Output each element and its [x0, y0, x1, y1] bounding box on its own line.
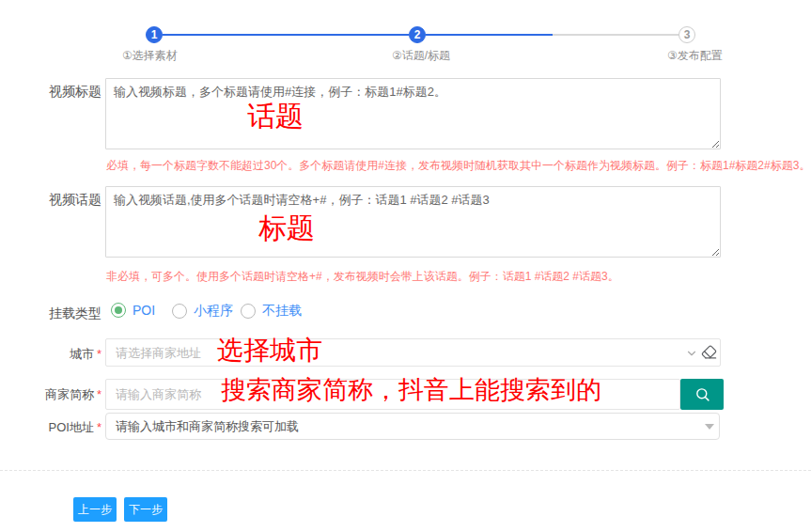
video-title-hint: 必填，每一个标题字数不能超过30个。多个标题请使用#连接，发布视频时随机获取其中… — [106, 158, 811, 174]
required-asterisk: * — [97, 347, 101, 361]
merchant-name-input[interactable] — [105, 379, 680, 410]
city-input[interactable] — [105, 338, 721, 367]
search-button[interactable] — [680, 379, 724, 410]
step-label-publish-config: ③发布配置 — [667, 48, 723, 64]
mount-type-label: 挂载类型 — [0, 305, 101, 322]
radio-option-mini-program[interactable]: 小程序 — [172, 303, 233, 320]
radio-option-label: 不挂载 — [262, 303, 302, 320]
publish-wizard-page: 1 2 3 ①选择素材 ②话题/标题 ③发布配置 视频标题 必填，每一个标题字数… — [0, 0, 811, 532]
radio-option-no-mount[interactable]: 不挂载 — [241, 303, 302, 320]
video-title-hint-text: 必填，每一个标题字数不能超过30个。多个标题请使用#连接，发布视频时随机获取其中… — [106, 159, 810, 172]
footer-divider — [0, 470, 811, 471]
caret-down-icon — [705, 424, 714, 430]
city-label: 城市* — [0, 346, 101, 363]
radio-icon — [241, 304, 256, 319]
radio-option-poi[interactable]: POI — [111, 303, 155, 318]
required-asterisk: * — [97, 387, 101, 401]
radio-option-label: 小程序 — [194, 303, 233, 320]
video-title-textarea[interactable] — [105, 78, 721, 149]
step-circle-1: 1 — [146, 26, 163, 43]
chevron-down-icon[interactable] — [685, 347, 698, 360]
poi-address-label: POI地址* — [0, 419, 101, 436]
poi-label-text: POI地址 — [49, 420, 94, 434]
step-circle-3: 3 — [678, 26, 695, 43]
city-label-text: 城市 — [70, 347, 94, 361]
eraser-icon[interactable] — [701, 344, 717, 360]
search-icon — [694, 386, 710, 402]
step-connector — [163, 34, 409, 36]
video-topic-textarea[interactable] — [105, 186, 721, 258]
step-circle-2: 2 — [409, 26, 426, 43]
merchant-label: 商家简称* — [0, 386, 101, 403]
prev-step-button[interactable]: 上一步 — [73, 497, 117, 522]
step-connector — [553, 34, 678, 36]
required-asterisk: * — [97, 420, 101, 434]
video-topic-label: 视频话题 — [0, 192, 101, 209]
radio-icon — [172, 304, 187, 319]
video-title-label: 视频标题 — [0, 84, 101, 101]
step-connector — [426, 34, 553, 36]
radio-icon — [111, 303, 126, 318]
next-step-button[interactable]: 下一步 — [124, 497, 167, 522]
step-label-topic-title: ②话题/标题 — [392, 48, 450, 64]
poi-address-select[interactable]: 请输入城市和商家简称搜索可加载 — [105, 413, 720, 440]
merchant-label-text: 商家简称 — [45, 387, 94, 401]
video-topic-hint: 非必填，可多个。使用多个话题时请空格+#，发布视频时会带上该话题。例子：话题1 … — [106, 269, 619, 285]
step-label-select-material: ①选择素材 — [122, 48, 178, 64]
radio-option-label: POI — [133, 303, 155, 318]
